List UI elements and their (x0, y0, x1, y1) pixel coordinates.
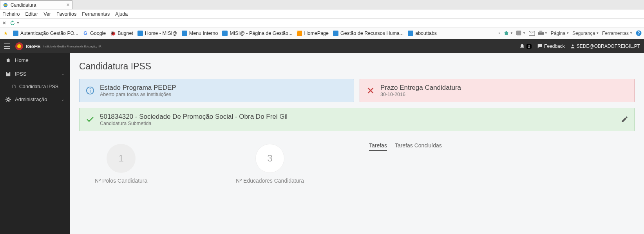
home-icon (5, 58, 11, 63)
save-icon (5, 71, 11, 77)
tools-menu[interactable]: Ferramentas ▼ (602, 31, 633, 36)
brand-main: IGeFE (26, 44, 41, 49)
svg-rect-1 (13, 31, 18, 36)
browser-controls-row: ✕ ▼ (0, 19, 644, 27)
favorites-overflow-icon[interactable]: » (499, 31, 500, 35)
sidebar-item-admin[interactable]: Administração ⌄ (0, 93, 70, 106)
security-menu[interactable]: Segurança ▼ (572, 31, 599, 36)
sidebar-item-label: Home (15, 57, 29, 63)
svg-rect-5 (333, 31, 338, 36)
user-menu[interactable]: SEDE@OBRADOFREIGIL.PT (570, 44, 640, 49)
sidebar-item-label: IPSS (15, 71, 27, 77)
svg-rect-2 (137, 31, 143, 36)
help-icon[interactable]: ? (636, 30, 642, 36)
sidebar-item-label: Administração (15, 96, 47, 102)
stat-educadores: 3 Nº Educadores Candidatura (236, 144, 304, 184)
sidebar-item-ipss[interactable]: IPSS ⌄ (0, 67, 70, 81)
svg-point-14 (17, 44, 21, 48)
sidebar: Home IPSS ⌄ 🗋Candidatura IPSS Administra… (0, 53, 70, 234)
svg-rect-10 (539, 31, 543, 33)
fav-abouttabs[interactable]: abouttabs (407, 30, 437, 36)
document-icon: 🗋 (12, 84, 17, 89)
fav-homepage[interactable]: 🟧HomePage (296, 30, 329, 36)
fav-autenticacao[interactable]: Autenticação Gestão PO... (13, 30, 78, 36)
svg-text:?: ? (638, 31, 640, 35)
tasks-tabs: Tarefas Tarefas Concluídas (369, 140, 635, 153)
home-icon[interactable]: ▼ (503, 30, 513, 36)
panel-title: Estado Programa PEDEP (100, 84, 176, 92)
svg-point-20 (90, 88, 91, 89)
stop-icon[interactable]: ✕ (2, 20, 6, 26)
browser-menu-bar: Ficheiro Editar Ver Favoritos Ferramenta… (0, 9, 644, 19)
menu-ferramentas[interactable]: Ferramentas (82, 11, 110, 17)
menu-toggle-icon[interactable] (4, 44, 10, 49)
menu-ajuda[interactable]: Ajuda (115, 11, 128, 17)
edit-icon[interactable] (621, 116, 628, 123)
print-icon[interactable]: ▼ (538, 31, 548, 36)
fav-menu-interno[interactable]: Menu Interno (181, 30, 218, 36)
svg-rect-17 (7, 72, 9, 73)
menu-ver[interactable]: Ver (43, 11, 51, 17)
svg-rect-21 (90, 90, 90, 93)
stat-label: Nº Polos Candidatura (95, 178, 147, 184)
chevron-down-icon: ⌄ (61, 72, 64, 76)
brand-sub: Instituto de Gestão Financeira da Educaç… (43, 45, 102, 48)
menu-favoritos[interactable]: Favoritos (56, 11, 76, 17)
svg-rect-6 (408, 31, 413, 36)
stat-polos: 1 Nº Polos Candidatura (95, 144, 147, 184)
panel-subtitle: Candidatura Submetida (100, 121, 288, 126)
notification-bell[interactable]: 0 (519, 44, 532, 49)
brand-logo: IGeFE Instituto de Gestão Financeira da … (15, 42, 101, 51)
fav-google[interactable]: GGoogle (82, 30, 106, 36)
favorites-bar: ★ Autenticação Gestão PO... GGoogle 🐞Bug… (0, 27, 644, 39)
svg-rect-9 (538, 32, 544, 35)
sidebar-item-home[interactable]: Home (0, 53, 70, 67)
panel-subtitle: Aberto para todas as Instituições (100, 92, 176, 97)
svg-rect-3 (182, 31, 187, 36)
svg-point-15 (572, 45, 574, 47)
fav-gestao-rh[interactable]: Gestão de Recursos Huma... (333, 30, 403, 36)
fav-misi-gestao[interactable]: MISI@ - Página de Gestão... (222, 30, 292, 36)
panel-title: Prazo Entrega Candidatura (380, 84, 461, 92)
svg-point-18 (7, 98, 9, 100)
browser-tab-title: Candidatura (11, 2, 36, 8)
chevron-down-icon: ▼ (16, 21, 20, 25)
menu-editar[interactable]: Editar (25, 11, 38, 17)
panel-instituicao: 501834320 - Sociedade De Promoção Social… (79, 108, 635, 131)
gear-icon (5, 97, 11, 102)
stat-value: 3 (255, 144, 284, 173)
ie-icon (3, 2, 8, 8)
favorites-star-icon[interactable]: ★ (2, 30, 9, 36)
menu-ficheiro[interactable]: Ficheiro (2, 11, 20, 17)
x-icon (366, 86, 375, 95)
fav-home-misi[interactable]: Home - MISI@ (137, 30, 177, 36)
feed-icon[interactable]: ▼ (516, 31, 526, 36)
stat-label: Nº Educadores Candidatura (236, 178, 304, 184)
refresh-dropdown[interactable]: ▼ (9, 20, 20, 26)
mail-icon[interactable] (529, 31, 535, 36)
main-content: Candidatura IPSS Estado Programa PEDEP A… (70, 53, 644, 234)
app-topbar: IGeFE Instituto de Gestão Financeira da … (0, 39, 644, 53)
feedback-link[interactable]: Feedback (537, 44, 565, 49)
page-menu[interactable]: Página ▼ (551, 31, 569, 36)
stat-value: 1 (107, 144, 136, 173)
tab-tarefas-concluidas[interactable]: Tarefas Concluídas (395, 142, 442, 151)
check-icon (86, 115, 94, 124)
panel-title: 501834320 - Sociedade De Promoção Social… (100, 113, 288, 121)
svg-rect-4 (222, 31, 228, 36)
sidebar-subitem-candidatura[interactable]: 🗋Candidatura IPSS (0, 81, 70, 93)
info-icon (86, 86, 94, 95)
tab-tarefas[interactable]: Tarefas (369, 142, 387, 151)
browser-tab-bar: Candidatura ✕ (0, 0, 644, 9)
notification-count: 0 (526, 44, 532, 49)
svg-rect-7 (516, 31, 521, 35)
browser-tab[interactable]: Candidatura ✕ (0, 0, 72, 9)
fav-bugnet[interactable]: 🐞Bugnet (110, 30, 133, 36)
panel-estado: Estado Programa PEDEP Aberto para todas … (79, 79, 354, 102)
chevron-down-icon: ⌄ (61, 97, 64, 102)
panel-prazo: Prazo Entrega Candidatura 30-10-2016 (360, 79, 635, 102)
close-icon[interactable]: ✕ (66, 2, 70, 7)
panel-subtitle: 30-10-2016 (380, 92, 461, 97)
page-title: Candidatura IPSS (79, 61, 635, 72)
